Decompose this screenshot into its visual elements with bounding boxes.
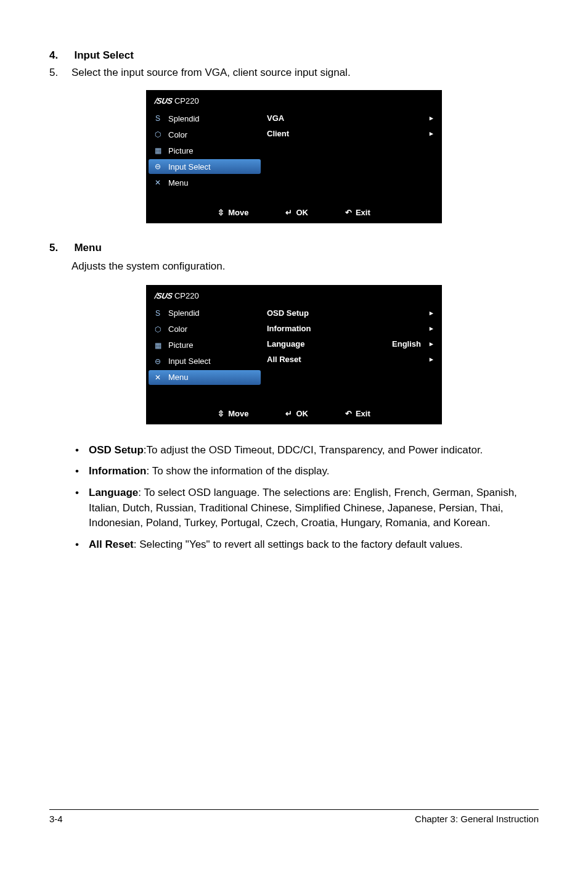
chevron-right-icon: ▸: [427, 340, 433, 348]
section5-title: Menu: [74, 242, 101, 254]
bullet-all-reset-text: : Selecting "Yes" to revert all settings…: [134, 538, 463, 550]
ok-icon: ↵: [285, 208, 292, 217]
splendid-icon: S: [152, 308, 163, 318]
section4-number: 4.: [49, 49, 71, 62]
osd2-option-information[interactable]: Information▸: [267, 321, 433, 336]
osd2-footer: ⇳Move ↵OK ↶Exit: [146, 404, 442, 424]
osd1-option-client[interactable]: Client▸: [267, 126, 433, 141]
bullet-osd-setup-text: :To adjust the OSD Timeout, DDC/CI, Tran…: [144, 444, 483, 456]
osd1-header: /SUS CP220: [146, 90, 442, 110]
asus-logo: /SUS: [154, 291, 173, 300]
bullet-all-reset: All Reset: Selecting "Yes" to revert all…: [71, 537, 533, 553]
osd2-header: /SUS CP220: [146, 285, 442, 305]
osd1-sidebar: SSplendid ⬡Color ▦Picture ⊖Input Select …: [146, 110, 263, 203]
osd2-information-label: Information: [267, 324, 427, 333]
osd1-move-hint: ⇳Move: [218, 208, 248, 217]
osd1-client-label: Client: [267, 129, 427, 138]
move-icon: ⇳: [218, 208, 224, 217]
bullet-osd-setup-label: OSD Setup: [89, 444, 144, 456]
picture-icon: ▦: [152, 146, 163, 155]
osd2-option-language[interactable]: LanguageEnglish▸: [267, 336, 433, 352]
osd2-menu-splendid[interactable]: SSplendid: [146, 305, 263, 321]
osd2-exit-hint: ↶Exit: [345, 409, 370, 418]
bullet-language-label: Language: [89, 487, 138, 498]
picture-icon: ▦: [152, 340, 163, 350]
osd2-language-label: Language: [267, 339, 392, 349]
osd2-option-all-reset[interactable]: All Reset▸: [267, 352, 433, 367]
menu-icon: ✕: [152, 373, 163, 382]
page-footer: 3-4 Chapter 3: General Instruction: [49, 809, 539, 824]
osd2-menu-menu[interactable]: ✕Menu: [149, 370, 261, 385]
osd1-menu-picture-label: Picture: [168, 146, 257, 155]
exit-icon: ↶: [345, 208, 352, 217]
osd2-menu-color[interactable]: ⬡Color: [146, 321, 263, 337]
osd2-menu-input-select-label: Input Select: [168, 357, 257, 366]
osd2-menu-menu-label: Menu: [168, 373, 257, 382]
bullet-all-reset-label: All Reset: [89, 538, 134, 550]
osd2-menu-picture[interactable]: ▦Picture: [146, 337, 263, 353]
bullet-information-text: : To show the information of the display…: [147, 465, 330, 477]
menu-bullets: OSD Setup:To adjust the OSD Timeout, DDC…: [71, 443, 539, 553]
osd1-footer: ⇳Move ↵OK ↶Exit: [146, 203, 442, 223]
input-icon: ⊖: [152, 357, 163, 366]
osd1-menu-menu-label: Menu: [168, 178, 257, 188]
exit-icon: ↶: [345, 409, 352, 418]
step5-text: Select the input source from VGA, client…: [71, 67, 351, 78]
osd1-menu-picture[interactable]: ▦Picture: [146, 142, 263, 159]
bullet-information: Information: To show the information of …: [71, 464, 533, 479]
splendid-icon: S: [152, 113, 163, 123]
osd1-menu-input-select[interactable]: ⊖Input Select: [149, 159, 261, 174]
bullet-information-label: Information: [89, 465, 147, 477]
chevron-right-icon: ▸: [427, 309, 433, 317]
osd2-menu-picture-label: Picture: [168, 340, 257, 350]
section4-title: Input Select: [74, 49, 133, 61]
osd1-menu-color-label: Color: [168, 130, 257, 139]
bullet-language-text: : To select OSD language. The selections…: [89, 487, 517, 529]
osd-figure-input-select: /SUS CP220 SSplendid ⬡Color ▦Picture ⊖In…: [49, 90, 539, 223]
osd2-sidebar: SSplendid ⬡Color ▦Picture ⊖Input Select …: [146, 305, 263, 404]
osd2-move-hint: ⇳Move: [218, 409, 248, 418]
osd2-menu-splendid-label: Splendid: [168, 308, 257, 318]
osd1-vga-label: VGA: [267, 113, 427, 123]
bullet-osd-setup: OSD Setup:To adjust the OSD Timeout, DDC…: [71, 443, 533, 458]
section5-intro: Adjusts the system configuration.: [71, 259, 539, 274]
osd-figure-menu: /SUS CP220 SSplendid ⬡Color ▦Picture ⊖In…: [49, 285, 539, 424]
osd1-menu-splendid[interactable]: SSplendid: [146, 110, 263, 126]
osd2-osd-setup-label: OSD Setup: [267, 308, 427, 318]
osd1-exit-hint: ↶Exit: [345, 208, 370, 217]
chevron-right-icon: ▸: [427, 324, 433, 332]
section5-number: 5.: [49, 242, 71, 254]
osd2-menu-input-select[interactable]: ⊖Input Select: [146, 353, 263, 369]
osd2-model: CP220: [174, 291, 199, 300]
chevron-right-icon: ▸: [427, 130, 433, 138]
osd2-all-reset-label: All Reset: [267, 355, 427, 364]
color-icon: ⬡: [152, 324, 163, 334]
osd1-option-vga[interactable]: VGA▸: [267, 110, 433, 126]
page-number: 3-4: [49, 814, 63, 824]
asus-logo: /SUS: [154, 96, 173, 105]
chevron-right-icon: ▸: [427, 114, 433, 122]
bullet-language: Language: To select OSD language. The se…: [71, 485, 533, 531]
osd2-language-value: English: [392, 339, 427, 349]
osd1-menu-input-select-label: Input Select: [168, 162, 257, 171]
color-icon: ⬡: [152, 130, 163, 139]
osd1-ok-hint: ↵OK: [285, 208, 308, 217]
osd1-model: CP220: [174, 96, 199, 105]
osd2-menu-color-label: Color: [168, 324, 257, 334]
chapter-label: Chapter 3: General Instruction: [415, 814, 539, 824]
input-icon: ⊖: [152, 162, 163, 171]
move-icon: ⇳: [218, 409, 224, 418]
osd2-ok-hint: ↵OK: [285, 409, 308, 418]
step5-number: 5.: [49, 67, 71, 79]
osd1-menu-splendid-label: Splendid: [168, 114, 257, 123]
osd1-menu-menu[interactable]: ✕Menu: [146, 175, 263, 191]
menu-icon: ✕: [152, 178, 163, 188]
osd1-menu-color[interactable]: ⬡Color: [146, 126, 263, 142]
osd2-option-osd-setup[interactable]: OSD Setup▸: [267, 305, 433, 321]
chevron-right-icon: ▸: [427, 355, 433, 363]
ok-icon: ↵: [285, 409, 292, 418]
